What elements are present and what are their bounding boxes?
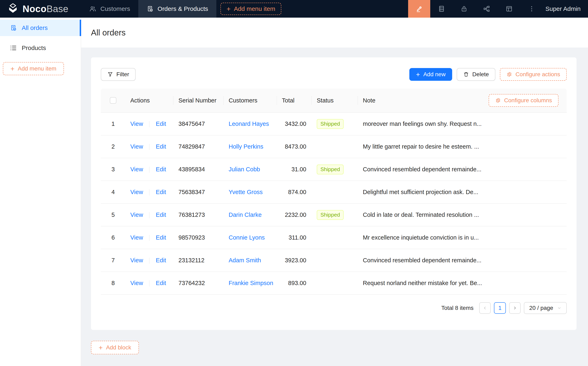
edit-link[interactable]: Edit: [156, 189, 166, 195]
serial-number-cell: 43895834: [173, 166, 224, 173]
edit-link[interactable]: Edit: [156, 280, 166, 286]
customer-cell: Connie Lyons: [224, 234, 277, 241]
serial-number-cell: 98570923: [173, 234, 224, 241]
add-new-label: Add new: [423, 71, 446, 78]
filter-icon: [107, 71, 113, 77]
nav-icon-button-database[interactable]: [430, 0, 453, 18]
row-index: 7: [101, 257, 125, 264]
ui-editor-button[interactable]: [408, 0, 430, 18]
note-cell: Delightful met sufficient projection ask…: [358, 189, 567, 196]
table-row: 8 View Edit 73764232 Frankie Simpson 893…: [101, 272, 567, 295]
edit-link[interactable]: Edit: [156, 143, 166, 150]
view-link[interactable]: View: [130, 234, 143, 241]
customer-link[interactable]: Connie Lyons: [229, 234, 265, 241]
note-cell: Convinced resembled dependent remainde..…: [358, 257, 567, 264]
edit-link[interactable]: Edit: [156, 257, 166, 264]
total-cell: 31.00: [277, 166, 312, 173]
action-divider: [149, 167, 150, 173]
logo[interactable]: NocoBase: [0, 0, 81, 18]
view-link[interactable]: View: [130, 121, 143, 127]
customer-link[interactable]: Darin Clarke: [229, 212, 262, 218]
pagination-next-button[interactable]: [509, 302, 520, 314]
customer-cell: Adam Smith: [224, 257, 277, 264]
add-block-button[interactable]: + Add block: [91, 341, 139, 354]
delete-button[interactable]: Delete: [457, 68, 495, 81]
view-link[interactable]: View: [130, 257, 143, 264]
view-link[interactable]: View: [130, 189, 143, 195]
layout-icon: [506, 5, 513, 12]
page-size-select[interactable]: 20 / page: [524, 302, 567, 314]
ellipsis-vertical-icon: [528, 5, 535, 12]
table-row: 6 View Edit 98570923 Connie Lyons 311.00…: [101, 226, 567, 249]
status-cell: Shipped: [312, 165, 358, 174]
customer-link[interactable]: Yvette Gross: [229, 189, 263, 195]
nav-icon-button-partition[interactable]: [475, 0, 498, 18]
configure-columns-button[interactable]: Configure columns: [489, 94, 558, 107]
row-actions: View Edit: [125, 189, 173, 196]
customer-link[interactable]: Julian Cobb: [229, 166, 260, 173]
user-menu[interactable]: Super Admin: [543, 0, 588, 18]
sidebar-add-menu-item-label: Add menu item: [18, 65, 56, 72]
sidebar-add-menu-item-button[interactable]: + Add menu item: [3, 62, 64, 75]
nav-icon-button-layout[interactable]: [498, 0, 520, 18]
view-link[interactable]: View: [130, 212, 143, 218]
sidebar-item-label: Products: [22, 45, 46, 51]
view-link[interactable]: View: [130, 280, 143, 286]
edit-link[interactable]: Edit: [156, 166, 166, 173]
nav-tab-orders-products[interactable]: Orders & Products: [138, 0, 216, 18]
view-link[interactable]: View: [130, 166, 143, 173]
note-cell: Cold in late or deal. Terminated resolut…: [358, 212, 567, 218]
customer-cell: Yvette Gross: [224, 189, 277, 196]
note-cell: Mr excellence inquietude conviction is i…: [358, 234, 567, 241]
configure-actions-button[interactable]: Configure actions: [500, 68, 567, 81]
edit-link[interactable]: Edit: [156, 212, 166, 218]
lock-icon: [460, 5, 467, 12]
nav-tab-customers[interactable]: Customers: [81, 0, 138, 18]
filter-button[interactable]: Filter: [101, 68, 136, 81]
nav-tab-label: Customers: [100, 5, 130, 12]
view-link[interactable]: View: [130, 143, 143, 150]
add-block-label: Add block: [106, 344, 131, 351]
row-actions: View Edit: [125, 121, 173, 127]
content-area: Filter + Add new: [81, 47, 588, 366]
partition-icon: [483, 5, 490, 12]
plus-icon: +: [10, 65, 15, 72]
nav-icon-button-more[interactable]: [520, 0, 543, 18]
row-index: 3: [101, 166, 125, 173]
add-new-button[interactable]: + Add new: [409, 68, 452, 81]
edit-link[interactable]: Edit: [156, 121, 166, 127]
sidebar-item-products[interactable]: Products: [0, 40, 81, 56]
customer-link[interactable]: Adam Smith: [229, 257, 261, 264]
row-actions: View Edit: [125, 257, 173, 264]
pagination-page-1[interactable]: 1: [494, 302, 506, 314]
serial-number-cell: 73764232: [173, 280, 224, 287]
table-toolbar: Filter + Add new: [101, 68, 567, 81]
configure-columns-label: Configure columns: [504, 97, 552, 104]
customer-link[interactable]: Leonard Hayes: [229, 121, 269, 127]
select-all-checkbox[interactable]: [110, 97, 116, 104]
total-cell: 3923.00: [277, 257, 312, 264]
plus-icon: +: [99, 344, 103, 351]
row-index: 1: [101, 121, 125, 127]
chevron-down-icon: [557, 306, 561, 310]
action-divider: [149, 235, 150, 241]
table-header: Actions Serial Number Customers Total St…: [101, 89, 567, 113]
column-header-customers: Customers: [224, 97, 277, 104]
action-divider: [149, 189, 150, 196]
total-cell: 3432.00: [277, 121, 312, 127]
customer-cell: Julian Cobb: [224, 166, 277, 173]
customer-link[interactable]: Holly Perkins: [229, 143, 263, 150]
nav-icon-button-lock[interactable]: [453, 0, 475, 18]
team-icon: [89, 5, 96, 12]
status-cell: Shipped: [312, 119, 358, 129]
customer-link[interactable]: Frankie Simpson: [229, 280, 273, 286]
nav-add-menu-item-button[interactable]: + Add menu item: [220, 3, 281, 15]
chevron-right-icon: [513, 306, 517, 310]
row-actions: View Edit: [125, 212, 173, 218]
table-row: 2 View Edit 74829847 Holly Perkins 8473.…: [101, 136, 567, 158]
edit-link[interactable]: Edit: [156, 234, 166, 241]
page-header: All orders: [81, 18, 588, 47]
table-row: 1 View Edit 38475647 Leonard Hayes 3432.…: [101, 113, 567, 136]
pagination-prev-button[interactable]: [479, 302, 491, 314]
sidebar-item-all-orders[interactable]: All orders: [0, 20, 81, 36]
